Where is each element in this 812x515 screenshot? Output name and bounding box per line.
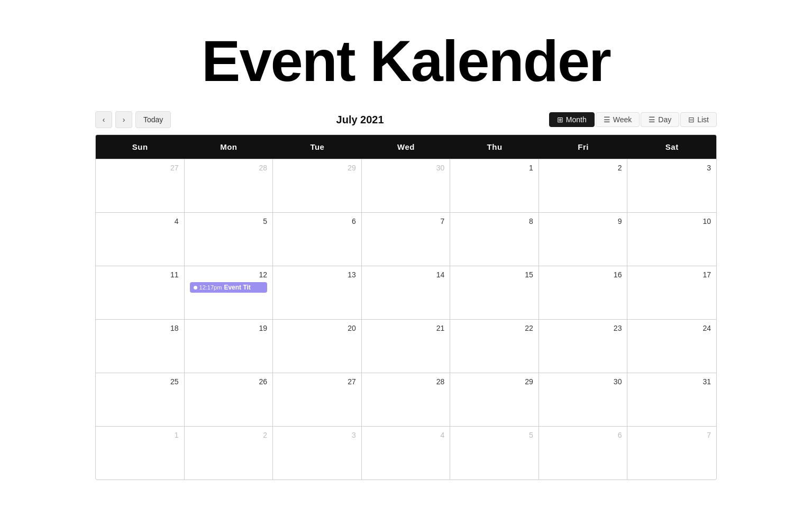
- day-number: 28: [190, 164, 268, 172]
- day-number: 30: [544, 377, 622, 386]
- day-number: 6: [278, 217, 356, 225]
- day-number: 7: [367, 217, 445, 225]
- day-number: 4: [101, 217, 179, 225]
- day-number: 3: [633, 164, 711, 172]
- view-list-button[interactable]: ⊟ List: [680, 112, 717, 127]
- calendar-cell-4-3[interactable]: 28: [362, 373, 451, 426]
- header-fri: Fri: [539, 135, 628, 159]
- calendar-cell-3-5[interactable]: 23: [539, 320, 628, 373]
- day-number: 9: [544, 217, 622, 225]
- calendar-body: 2728293012345678910111212:17pm Event Tit…: [96, 159, 716, 480]
- prev-button[interactable]: ‹: [95, 111, 112, 128]
- calendar-cell-2-0[interactable]: 11: [96, 266, 185, 319]
- calendar-cell-0-4[interactable]: 1: [450, 159, 539, 212]
- calendar-cell-3-0[interactable]: 18: [96, 320, 185, 373]
- day-number: 3: [278, 431, 356, 439]
- view-day-button[interactable]: ☰ Day: [641, 112, 679, 127]
- day-number: 23: [544, 324, 622, 332]
- event-dot-icon: [194, 286, 197, 290]
- calendar-cell-1-2[interactable]: 6: [273, 213, 362, 266]
- day-number: 5: [190, 217, 268, 225]
- calendar-cell-2-1[interactable]: 1212:17pm Event Tit: [185, 266, 273, 319]
- calendar-cell-3-3[interactable]: 21: [362, 320, 451, 373]
- calendar-cell-3-4[interactable]: 22: [450, 320, 539, 373]
- calendar-cell-4-1[interactable]: 26: [185, 373, 273, 426]
- calendar-cell-0-0[interactable]: 27: [96, 159, 185, 212]
- calendar-cell-0-5[interactable]: 2: [539, 159, 628, 212]
- calendar-cell-5-5[interactable]: 6: [539, 427, 628, 480]
- calendar-cell-0-3[interactable]: 30: [362, 159, 451, 212]
- day-number: 25: [101, 377, 179, 386]
- toolbar-left: ‹ › Today: [95, 111, 171, 128]
- next-button[interactable]: ›: [115, 111, 132, 128]
- day-number: 8: [455, 217, 533, 225]
- calendar-cell-1-3[interactable]: 7: [362, 213, 451, 266]
- day-number: 19: [190, 324, 268, 332]
- calendar-cell-4-6[interactable]: 31: [627, 373, 716, 426]
- calendar-row-4: 25262728293031: [96, 373, 716, 426]
- day-number: 30: [367, 164, 445, 172]
- calendar-cell-5-1[interactable]: 2: [185, 427, 273, 480]
- today-button[interactable]: Today: [135, 111, 171, 128]
- calendar-cell-4-2[interactable]: 27: [273, 373, 362, 426]
- day-number: 22: [455, 324, 533, 332]
- view-week-button[interactable]: ☰ Week: [596, 112, 640, 127]
- calendar-cell-3-2[interactable]: 20: [273, 320, 362, 373]
- day-number: 31: [633, 377, 711, 386]
- view-day-label: Day: [658, 115, 671, 124]
- calendar-cell-5-0[interactable]: 1: [96, 427, 185, 480]
- day-number: 27: [278, 377, 356, 386]
- header-sat: Sat: [627, 135, 716, 159]
- calendar-cell-2-6[interactable]: 17: [627, 266, 716, 319]
- day-number: 11: [101, 270, 179, 279]
- calendar-toolbar: ‹ › Today July 2021 ⊞ Month ☰ Week ☰ Day: [95, 111, 717, 128]
- header-wed: Wed: [362, 135, 451, 159]
- day-number: 1: [101, 431, 179, 439]
- calendar-cell-2-3[interactable]: 14: [362, 266, 451, 319]
- calendar-month-title: July 2021: [336, 114, 384, 126]
- calendar-cell-3-6[interactable]: 24: [627, 320, 716, 373]
- calendar-cell-1-1[interactable]: 5: [185, 213, 273, 266]
- view-week-label: Week: [613, 115, 632, 124]
- day-list-icon: ☰: [649, 115, 655, 124]
- calendar-row-5: 1234567: [96, 426, 716, 480]
- day-number: 10: [633, 217, 711, 225]
- calendar-cell-0-6[interactable]: 3: [627, 159, 716, 212]
- event-pill[interactable]: 12:17pm Event Tit: [190, 282, 268, 293]
- day-number: 29: [455, 377, 533, 386]
- calendar-cell-2-5[interactable]: 16: [539, 266, 628, 319]
- view-month-button[interactable]: ⊞ Month: [549, 112, 595, 127]
- calendar-cell-5-3[interactable]: 4: [362, 427, 451, 480]
- day-number: 4: [367, 431, 445, 439]
- calendar-cell-5-2[interactable]: 3: [273, 427, 362, 480]
- day-number: 6: [544, 431, 622, 439]
- calendar-cell-1-0[interactable]: 4: [96, 213, 185, 266]
- day-number: 5: [455, 431, 533, 439]
- calendar-cell-2-2[interactable]: 13: [273, 266, 362, 319]
- day-number: 21: [367, 324, 445, 332]
- event-time: 12:17pm: [199, 284, 222, 291]
- calendar-cell-0-1[interactable]: 28: [185, 159, 273, 212]
- calendar-cell-2-4[interactable]: 15: [450, 266, 539, 319]
- calendar-cell-1-5[interactable]: 9: [539, 213, 628, 266]
- day-number: 7: [633, 431, 711, 439]
- view-month-label: Month: [566, 115, 587, 124]
- calendar-cell-3-1[interactable]: 19: [185, 320, 273, 373]
- week-list-icon: ☰: [604, 115, 610, 124]
- calendar-cell-5-6[interactable]: 7: [627, 427, 716, 480]
- calendar-cell-0-2[interactable]: 29: [273, 159, 362, 212]
- day-number: 20: [278, 324, 356, 332]
- calendar-cell-1-4[interactable]: 8: [450, 213, 539, 266]
- view-buttons: ⊞ Month ☰ Week ☰ Day ⊟ List: [549, 112, 717, 127]
- calendar-grid: Sun Mon Tue Wed Thu Fri Sat 272829301234…: [95, 134, 717, 480]
- day-number: 14: [367, 270, 445, 279]
- header-tue: Tue: [273, 135, 362, 159]
- calendar-cell-4-5[interactable]: 30: [539, 373, 628, 426]
- calendar-cell-4-4[interactable]: 29: [450, 373, 539, 426]
- day-number: 2: [190, 431, 268, 439]
- calendar-cell-4-0[interactable]: 25: [96, 373, 185, 426]
- calendar-cell-1-6[interactable]: 10: [627, 213, 716, 266]
- day-number: 18: [101, 324, 179, 332]
- calendar-cell-5-4[interactable]: 5: [450, 427, 539, 480]
- day-number: 12: [190, 270, 268, 279]
